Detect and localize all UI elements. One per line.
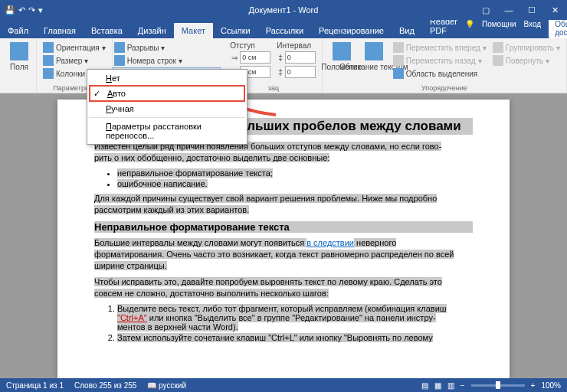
columns-icon	[43, 68, 54, 79]
size-button[interactable]: Размер ▾	[41, 54, 107, 67]
ribbon-toggle-icon[interactable]: ▢	[475, 2, 497, 18]
redo-icon[interactable]: ↷	[28, 5, 35, 15]
close-icon[interactable]: ✕	[544, 2, 565, 18]
margins-icon	[10, 42, 28, 60]
tab-mailings[interactable]: Рассылки	[258, 23, 311, 38]
window-title: Документ1 - Word	[249, 5, 319, 15]
hyphen-none-item[interactable]: Нет	[89, 71, 245, 85]
size-icon	[43, 55, 54, 66]
spacing-before-spinner[interactable]: ‡ 0	[277, 51, 317, 64]
minimize-icon[interactable]: —	[498, 2, 519, 18]
hyphen-manual-item[interactable]: Ручная	[89, 102, 245, 116]
status-words[interactable]: Слово 255 из 255	[74, 381, 136, 390]
selection-pane-button[interactable]: Область выделения	[392, 67, 488, 80]
doc-heading-2: Неправильное форматирование текста	[94, 221, 473, 233]
tab-file[interactable]: Файл	[0, 23, 36, 38]
bring-forward-button: Переместить вперед ▾	[392, 41, 488, 54]
group-label-arrange: Упорядочение	[323, 84, 566, 92]
qat-more-icon[interactable]: ▾	[38, 5, 43, 15]
save-icon[interactable]: 💾	[5, 5, 15, 15]
tab-references[interactable]: Ссылки	[213, 23, 258, 38]
line-numbers-icon	[114, 55, 125, 66]
status-page[interactable]: Страница 1 из 1	[6, 381, 64, 390]
view-read-icon[interactable]: ▤	[421, 381, 428, 390]
tab-layout[interactable]: Макет	[174, 23, 213, 38]
tellme-label[interactable]: Помощни	[482, 20, 516, 28]
orientation-icon	[43, 42, 54, 53]
status-lang[interactable]: 📖 русский	[147, 381, 186, 390]
maximize-icon[interactable]: ☐	[521, 2, 542, 18]
group-icon	[493, 42, 503, 53]
indent-label: Отступ	[230, 41, 272, 50]
line-numbers-button[interactable]: Номера строк ▾	[113, 54, 221, 67]
send-backward-button: Переместить назад ▾	[392, 54, 488, 67]
view-print-icon[interactable]: ▦	[434, 381, 441, 390]
tab-view[interactable]: Вид	[392, 23, 422, 38]
undo-icon[interactable]: ↶	[18, 5, 25, 15]
tab-insert[interactable]: Вставка	[84, 23, 130, 38]
view-web-icon[interactable]: ▥	[447, 381, 454, 390]
rotate-button: Повернуть ▾	[491, 54, 562, 67]
zoom-out-icon[interactable]: −	[460, 381, 465, 390]
signin-label[interactable]: Вход	[524, 20, 542, 28]
wrap-icon	[365, 42, 383, 60]
selection-pane-icon	[393, 68, 404, 79]
tellme-icon[interactable]: 💡	[465, 20, 474, 28]
wrap-button[interactable]: Обтекание текстом	[359, 41, 388, 80]
check-icon: ✓	[93, 89, 100, 99]
hyphen-options-item[interactable]: Параметры расстановки переносов...	[89, 119, 245, 142]
rotate-icon	[493, 55, 503, 66]
zoom-in-icon[interactable]: +	[531, 381, 536, 390]
zoom-value[interactable]: 100%	[541, 381, 561, 390]
breaks-icon	[114, 42, 125, 53]
spacing-label: Интервал	[277, 41, 317, 50]
backward-icon	[393, 55, 404, 66]
breaks-button[interactable]: Разрывы ▾	[113, 41, 221, 54]
position-button[interactable]: Положение	[327, 41, 356, 80]
margins-button[interactable]: Поля	[5, 41, 34, 72]
tab-design[interactable]: Дизайн	[130, 23, 174, 38]
doc-link[interactable]: в следствии	[306, 238, 354, 247]
group-button: Группировать ▾	[491, 41, 562, 54]
position-icon	[333, 42, 351, 60]
zoom-slider[interactable]	[471, 384, 525, 387]
hyphen-auto-item[interactable]: ✓Авто	[89, 85, 245, 102]
orientation-button[interactable]: Ориентация ▾	[41, 41, 107, 54]
tab-review[interactable]: Рецензирование	[311, 23, 392, 38]
tab-home[interactable]: Главная	[36, 23, 84, 38]
forward-icon	[393, 42, 404, 53]
hyphenation-dropdown: Нет ✓Авто Ручная Параметры расстановки п…	[87, 69, 247, 145]
indent-left-spinner[interactable]: ⇒ 0 см	[230, 51, 272, 64]
